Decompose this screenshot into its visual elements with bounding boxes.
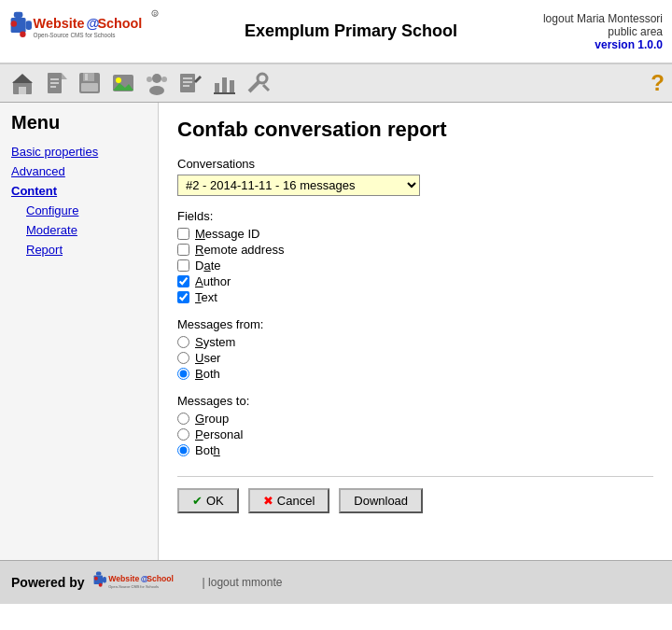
field-date-label: Date [195,259,220,273]
svg-rect-31 [183,77,192,79]
toolbar: ? [0,64,672,103]
svg-marker-34 [194,76,202,83]
chart-icon[interactable] [209,68,239,98]
from-user-item: User [177,351,653,365]
field-date-checkbox[interactable] [177,259,189,272]
ok-button[interactable]: ✔ OK [177,488,239,513]
ok-icon: ✔ [192,494,203,508]
field-remote-address-item: Remote address [177,243,653,257]
from-both-item: Both [177,367,653,381]
content-link[interactable]: Content [11,184,147,198]
svg-point-45 [94,577,98,581]
to-personal-radio[interactable] [177,428,189,441]
from-user-radio[interactable] [177,352,189,364]
to-personal-label: Personal [195,427,243,441]
page-icon[interactable] [41,68,71,98]
svg-rect-36 [222,77,227,92]
conversations-label: Conversations [177,157,653,171]
from-system-item: System [177,335,653,349]
field-text-checkbox[interactable] [177,291,189,303]
moderate-link[interactable]: Moderate [26,223,147,237]
user-info: logout Maria Montessori public area vers… [543,12,663,51]
svg-text:Website: Website [34,16,85,31]
messages-from-label: Messages from: [177,317,653,331]
sidebar-menu-title: Menu [11,112,147,133]
download-button[interactable]: Download [339,488,423,513]
edit-icon[interactable] [175,68,205,98]
ok-label: OK [206,494,224,508]
svg-rect-16 [50,78,59,80]
svg-rect-22 [81,83,98,91]
field-remote-address-checkbox[interactable] [177,244,189,256]
from-both-radio[interactable] [177,368,189,380]
to-group-radio[interactable] [177,413,189,425]
messages-to-label: Messages to: [177,394,653,408]
to-personal-item: Personal [177,427,653,441]
button-row: ✔ OK ✖ Cancel Download [177,476,653,513]
to-group-item: Group [177,412,653,426]
svg-point-4 [20,32,25,37]
svg-point-28 [147,77,152,82]
conversations-select[interactable]: #2 - 2014-11-11 - 16 messages [177,175,420,196]
svg-rect-17 [50,82,59,84]
svg-text:School: School [97,16,142,31]
cancel-button[interactable]: ✖ Cancel [248,488,329,513]
version-text: version 1.0.0 [595,38,663,51]
school-name: Exemplum Primary School [159,21,543,41]
to-both-label: Both [195,443,220,457]
sidebar-sub: Configure Moderate Report [11,203,147,257]
logo-area: Website @ School Open-Source CMS for Sch… [9,6,159,57]
svg-point-24 [116,77,121,83]
svg-text:R: R [153,12,157,17]
image-icon[interactable] [108,68,138,98]
toolbar-icons [7,68,273,98]
svg-marker-15 [62,73,67,79]
save-icon[interactable] [75,68,105,98]
fields-section: Fields: Message ID Remote address Date A… [177,209,653,304]
field-author-checkbox[interactable] [177,275,189,287]
home-icon[interactable] [7,68,37,98]
svg-rect-43 [96,572,102,576]
svg-point-27 [149,86,164,95]
advanced-link[interactable]: Advanced [11,164,147,178]
page-title: Confab conversation report [177,118,653,142]
from-system-radio[interactable] [177,336,189,348]
svg-rect-18 [50,86,56,88]
main-layout: Menu Basic properties Advanced Content C… [0,103,672,560]
svg-text:School: School [147,574,174,583]
to-group-label: Group [195,412,229,426]
conversations-section: Conversations #2 - 2014-11-11 - 16 messa… [177,157,653,196]
svg-text:Open-Source CMS for Schools: Open-Source CMS for Schools [34,32,116,39]
svg-rect-33 [183,85,189,87]
footer: Powered by Website @ School Open-Source … [0,560,672,604]
content-area: Confab conversation report Conversations… [159,103,672,560]
tools-icon[interactable] [243,68,273,98]
field-date-item: Date [177,259,653,273]
report-link[interactable]: Report [26,243,147,257]
svg-rect-13 [19,87,26,94]
field-author-item: Author [177,274,653,288]
svg-rect-1 [14,12,23,18]
svg-point-26 [152,74,161,83]
svg-marker-12 [12,74,33,83]
footer-logo: Website @ School Open-Source CMS for Sch… [92,568,195,596]
messages-from-section: Messages from: System User Both [177,317,653,381]
help-icon[interactable]: ? [651,70,665,96]
field-message-id-checkbox[interactable] [177,228,189,240]
svg-rect-20 [83,73,94,81]
svg-rect-32 [183,81,192,83]
svg-line-39 [249,81,259,91]
from-system-label: System [195,335,235,349]
svg-line-41 [263,85,269,91]
field-message-id-label: Message ID [195,227,259,241]
to-both-radio[interactable] [177,444,189,456]
footer-logout-text[interactable]: | logout mmonte [203,576,283,589]
users-icon[interactable] [142,68,172,98]
configure-link[interactable]: Configure [26,203,147,217]
sidebar: Menu Basic properties Advanced Content C… [0,103,159,560]
footer-powered-text: Powered by [11,575,85,590]
logout-text[interactable]: logout Maria Montessori [543,12,663,25]
field-message-id-item: Message ID [177,227,653,241]
basic-properties-link[interactable]: Basic properties [11,145,147,159]
area-text: public area [608,25,663,38]
